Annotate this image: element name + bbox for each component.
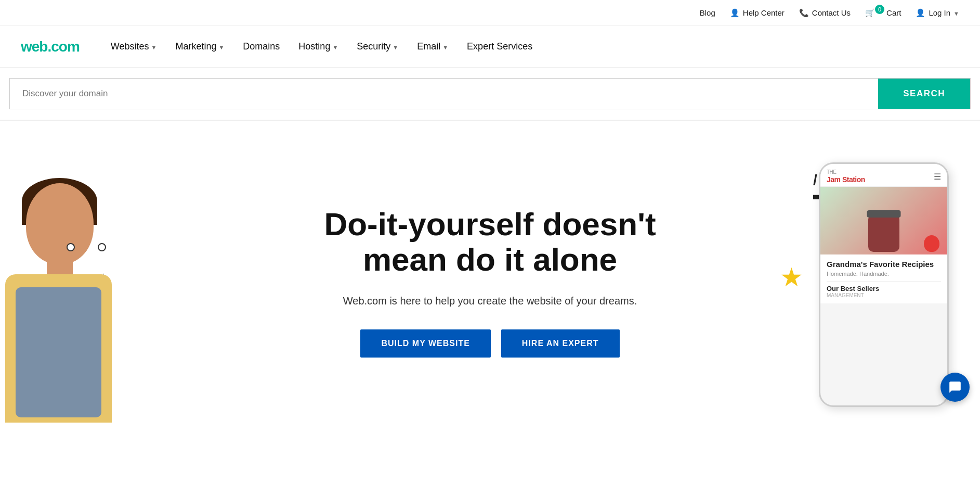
phone-divider: [827, 281, 941, 282]
strawberry-decoration: [924, 235, 939, 252]
person-figure: [0, 152, 166, 423]
contact-us-link[interactable]: 📞 Contact Us: [799, 8, 851, 18]
person-head: [26, 183, 94, 264]
nav-hosting[interactable]: Hosting ▼: [298, 41, 338, 52]
websites-chevron: ▼: [151, 44, 157, 50]
hire-expert-button[interactable]: HIRE AN EXPERT: [501, 329, 620, 358]
cart-link[interactable]: 🛒 0 Cart: [865, 8, 901, 18]
phone-brand: THE Jam Station: [827, 169, 865, 184]
jam-jar: [868, 215, 899, 252]
marketing-chevron: ▼: [218, 44, 224, 50]
hero-subtitle: Web.com is here to help you create the w…: [324, 293, 657, 309]
nav-expert-services[interactable]: Expert Services: [467, 41, 532, 52]
phone-section-title: Our Best Sellers: [827, 285, 941, 292]
nav-security[interactable]: Security ▼: [357, 41, 398, 52]
main-nav: Websites ▼ Marketing ▼ Domains Hosting ▼…: [111, 41, 532, 52]
hero-section: Do-it-yourself doesn't mean do it alone …: [0, 121, 980, 423]
login-chevron: ▼: [953, 10, 959, 17]
person-apron: [16, 287, 101, 417]
hero-center: Do-it-yourself doesn't mean do it alone …: [313, 175, 667, 368]
blog-link[interactable]: Blog: [700, 8, 715, 17]
phone-content: Grandma's Favorite Recipies Homemade. Ha…: [820, 254, 947, 303]
person-eye-left: [67, 243, 75, 251]
phone-header: THE Jam Station ☰: [820, 164, 947, 187]
header: web.com Websites ▼ Marketing ▼ Domains H…: [0, 26, 980, 68]
jar-lid: [867, 210, 901, 218]
nav-email[interactable]: Email ▼: [417, 41, 448, 52]
security-chevron: ▼: [393, 44, 398, 50]
person-eye-right: [98, 243, 106, 251]
nav-websites[interactable]: Websites ▼: [111, 41, 157, 52]
email-chevron: ▼: [442, 44, 448, 50]
logo[interactable]: web.com: [21, 39, 80, 55]
cart-icon: 🛒: [865, 8, 875, 18]
chat-bubble-button[interactable]: [940, 373, 970, 402]
phone-product-subtitle: Homemade. Handmade.: [827, 271, 941, 277]
hero-buttons: BUILD MY WEBSITE HIRE AN EXPERT: [324, 329, 657, 358]
build-website-button[interactable]: BUILD MY WEBSITE: [360, 329, 490, 358]
phone-frame: THE Jam Station ☰ Grandma's Favorite Rec…: [819, 162, 949, 407]
phone-product-title: Grandma's Favorite Recipies: [827, 260, 941, 269]
search-button[interactable]: SEARCH: [878, 79, 970, 109]
phone-menu-icon: ☰: [934, 172, 941, 182]
phone-section-sub: MANAGEMENT: [827, 292, 941, 298]
hosting-chevron: ▼: [332, 44, 338, 50]
cart-badge: 0: [875, 5, 884, 14]
top-bar: Blog 👤 Help Center 📞 Contact Us 🛒 0 Cart…: [0, 0, 980, 26]
help-center-link[interactable]: 👤 Help Center: [730, 8, 785, 18]
star-decoration: ★: [780, 262, 803, 292]
nav-domains[interactable]: Domains: [243, 41, 280, 52]
phone-hero-image: [820, 187, 947, 254]
chat-icon: [948, 380, 962, 394]
nav-marketing[interactable]: Marketing ▼: [175, 41, 224, 52]
login-link[interactable]: 👤 Log In ▼: [916, 8, 959, 18]
hero-person-image: [0, 152, 166, 423]
hero-title: Do-it-yourself doesn't mean do it alone: [324, 207, 657, 277]
help-icon: 👤: [730, 8, 740, 18]
phone-icon: 📞: [799, 8, 809, 18]
search-section: SEARCH: [0, 68, 980, 121]
search-bar: SEARCH: [9, 78, 971, 109]
user-icon: 👤: [916, 8, 925, 18]
search-input[interactable]: [10, 79, 878, 109]
